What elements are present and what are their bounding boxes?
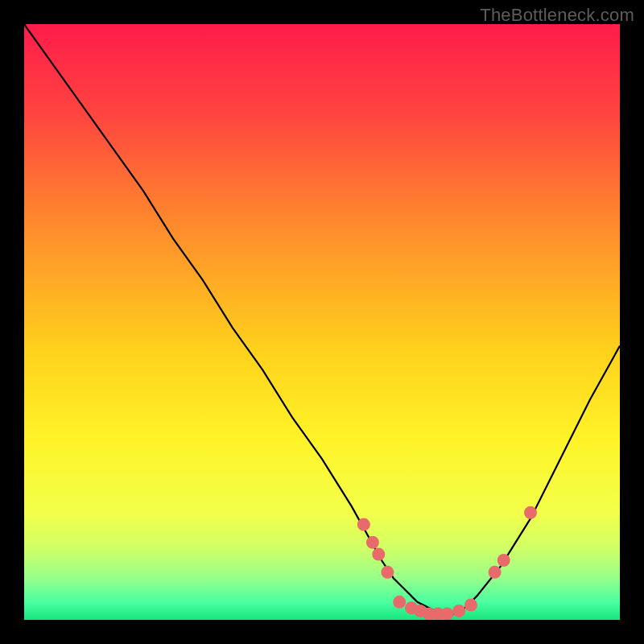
watermark-text: TheBottleneck.com	[480, 5, 634, 26]
chart-frame: TheBottleneck.com	[0, 0, 644, 644]
marker-dot	[440, 608, 453, 620]
marker-dot	[524, 506, 537, 519]
marker-dot	[489, 566, 502, 579]
marker-dot	[381, 566, 394, 579]
marker-dot	[393, 596, 406, 609]
marker-dot	[464, 599, 477, 612]
plot-background	[24, 24, 620, 620]
marker-dot	[366, 536, 379, 549]
marker-dot	[452, 605, 465, 617]
bottleneck-chart	[24, 24, 620, 620]
marker-dot	[372, 548, 385, 561]
marker-dot	[497, 554, 510, 567]
marker-dot	[357, 518, 370, 531]
